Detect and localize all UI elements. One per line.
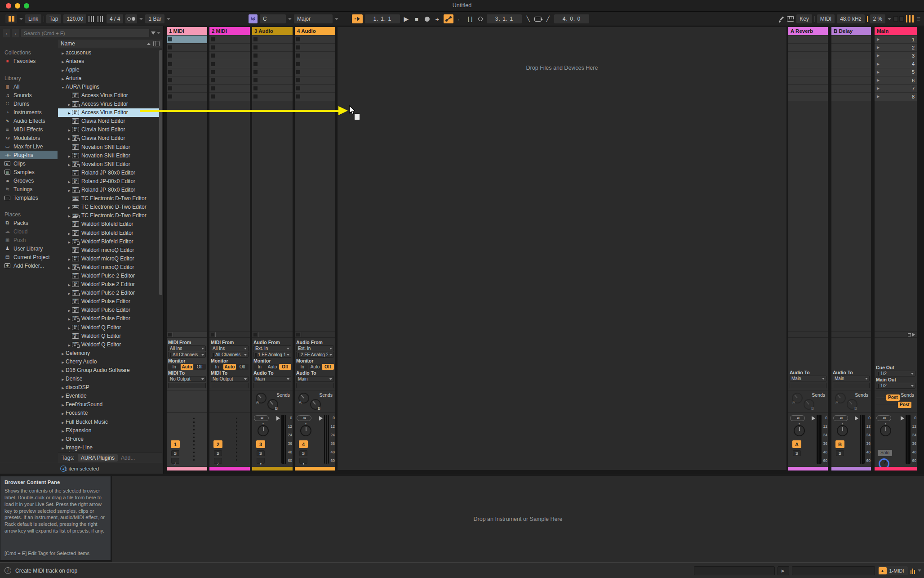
tap-tempo-button[interactable]: Tap xyxy=(46,14,61,23)
clip-stop-row[interactable] xyxy=(167,332,207,338)
name-column-header[interactable]: Name xyxy=(58,40,162,48)
draw-mode-button[interactable] xyxy=(778,16,785,22)
volume-display[interactable]: -∞ xyxy=(876,415,891,421)
expand-arrow-icon[interactable] xyxy=(60,419,66,425)
clip-slot[interactable] xyxy=(295,93,335,101)
scene-play-icon[interactable]: ▶ xyxy=(877,37,880,41)
midi-map-button[interactable]: MIDI xyxy=(817,14,835,23)
clip-slot[interactable] xyxy=(209,52,250,60)
expand-arrow-icon[interactable] xyxy=(67,204,72,210)
send-a-pre-post-toggle[interactable]: Post xyxy=(886,394,900,401)
sidebar-item[interactable]: Plug-Ins xyxy=(0,151,58,159)
clip-slot[interactable] xyxy=(295,85,335,93)
browser-item[interactable]: Waldorf Blofeld Editor xyxy=(58,237,162,246)
browser-item[interactable]: Cherry Audio xyxy=(58,357,162,366)
clip-slot-grid[interactable] xyxy=(252,36,293,101)
output-type-chooser[interactable]: Main xyxy=(833,376,870,381)
browser-item[interactable]: Access Virus Editor xyxy=(58,91,162,99)
clip-stop-button[interactable] xyxy=(211,45,215,49)
expand-arrow-icon[interactable] xyxy=(67,324,72,331)
expand-arrow-icon[interactable] xyxy=(60,358,66,365)
browser-item[interactable]: Access Virus Editor xyxy=(58,100,162,108)
browser-item[interactable]: Denise xyxy=(58,375,162,383)
clip-stop-button[interactable] xyxy=(296,45,300,49)
clip-stop-button[interactable] xyxy=(296,54,300,58)
clip-slot[interactable] xyxy=(788,85,828,93)
clip-stop-button[interactable] xyxy=(168,86,172,90)
expand-arrow-icon[interactable] xyxy=(60,58,66,64)
fader-handle[interactable] xyxy=(812,416,815,421)
sidebar-item[interactable]: Modulators xyxy=(0,134,58,142)
clip-slot[interactable] xyxy=(167,60,207,68)
input-channel-chooser[interactable]: 1 FF Analog 1 xyxy=(253,352,291,358)
clip-stop-button[interactable] xyxy=(168,94,172,99)
clip-slot-grid[interactable] xyxy=(295,36,335,101)
browser-forward-button[interactable]: › xyxy=(12,29,19,37)
browser-item[interactable]: FXpansion xyxy=(58,426,162,435)
main-track-header[interactable]: Main xyxy=(875,27,917,35)
clip-stop-button[interactable] xyxy=(253,70,258,74)
clip-stop-button[interactable] xyxy=(253,37,258,41)
clip-stop-button[interactable] xyxy=(253,78,258,82)
send-b-knob[interactable]: B xyxy=(847,399,857,410)
track-header[interactable]: 3 Audio xyxy=(252,27,293,35)
punch-out-button[interactable]: ╱ xyxy=(544,14,552,23)
clip-slot[interactable] xyxy=(831,60,871,68)
stop-button[interactable]: ■ xyxy=(413,14,421,23)
clip-slot[interactable] xyxy=(167,52,207,60)
output-type-chooser[interactable]: No Output xyxy=(211,376,249,382)
clip-stop-button[interactable] xyxy=(253,94,258,99)
scene-slot[interactable]: ▶4 xyxy=(875,60,917,68)
chevron-down-icon[interactable] xyxy=(335,18,338,20)
monitor-auto-button[interactable]: Auto xyxy=(309,364,321,370)
solo-button[interactable]: S xyxy=(257,450,265,456)
browser-item[interactable]: accusonus xyxy=(58,48,162,57)
pan-knob[interactable] xyxy=(300,425,311,436)
pan-knob[interactable] xyxy=(880,425,891,436)
re-enable-automation-button[interactable]: ← xyxy=(456,14,464,23)
device-view-drop-area[interactable]: Drop an Instrument or Sample Here xyxy=(112,476,924,562)
track-activator[interactable]: 1 xyxy=(171,440,180,448)
monitor-in-button[interactable]: In xyxy=(168,364,180,370)
browser-item[interactable]: Eventide xyxy=(58,392,162,400)
browser-item[interactable]: Image-Line xyxy=(58,443,162,452)
clip-stop-button[interactable] xyxy=(168,62,172,66)
volume-display[interactable]: -∞ xyxy=(297,415,311,421)
clip-slot[interactable] xyxy=(831,93,871,101)
browser-item[interactable]: Clavia Nord Editor xyxy=(58,125,162,134)
return-track-header[interactable]: B Delay xyxy=(831,27,871,35)
send-b-knob[interactable]: B xyxy=(267,399,278,410)
return-track-header[interactable]: A Reverb xyxy=(788,27,828,35)
send-a-knob[interactable]: A xyxy=(792,393,803,403)
clip-stop-button[interactable] xyxy=(211,78,215,82)
sidebar-item[interactable]: Samples xyxy=(0,168,58,176)
expand-arrow-icon[interactable] xyxy=(67,281,72,287)
clip-slot[interactable] xyxy=(252,44,293,52)
list-options-icon[interactable] xyxy=(153,41,160,46)
sidebar-item[interactable]: Drums xyxy=(0,99,58,108)
track-activator[interactable]: 4 xyxy=(299,440,308,448)
clip-slot[interactable] xyxy=(167,36,207,44)
record-button[interactable] xyxy=(423,14,431,23)
pan-knob[interactable] xyxy=(258,425,269,436)
preview-play-button[interactable]: ▶ xyxy=(777,566,789,575)
input-channel-chooser[interactable]: All Channels xyxy=(211,352,249,358)
clip-stop-button[interactable] xyxy=(211,70,215,74)
clip-slot[interactable] xyxy=(252,93,293,101)
solo-button[interactable]: S xyxy=(214,450,222,456)
time-signature[interactable]: 4 / 4 xyxy=(107,14,123,23)
sidebar-item[interactable]: Sounds xyxy=(0,91,58,99)
browser-item[interactable]: Waldorf Q Editor xyxy=(58,323,162,332)
follow-button[interactable] xyxy=(352,14,363,23)
scene-slot[interactable]: ▶1 xyxy=(875,36,917,44)
clip-stop-row[interactable] xyxy=(209,332,250,338)
session-drop-area[interactable]: Drop Files and Devices Here xyxy=(338,27,786,470)
clip-slot[interactable] xyxy=(788,76,828,85)
browser-back-button[interactable]: ‹ xyxy=(3,29,10,37)
solo-cue-button[interactable]: Solo xyxy=(878,450,892,456)
browser-item[interactable]: Waldorf Blofeld Editor xyxy=(58,229,162,237)
browser-item[interactable]: D16 Group Audio Software xyxy=(58,366,162,374)
input-type-chooser[interactable]: All Ins xyxy=(211,345,249,351)
expand-arrow-icon[interactable] xyxy=(60,350,66,356)
pan-knob[interactable] xyxy=(794,425,805,436)
